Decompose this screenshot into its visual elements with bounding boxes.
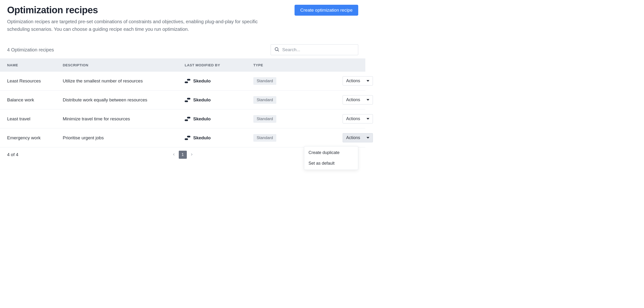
skedulo-logo-icon xyxy=(185,117,190,121)
skedulo-logo-icon xyxy=(185,98,190,102)
dropdown-item-create-duplicate[interactable]: Create duplicate xyxy=(304,147,358,158)
recipe-description: Minimize travel time for resources xyxy=(63,116,185,122)
create-optimization-recipe-button[interactable]: Create optimization recipe xyxy=(294,5,358,16)
col-header-last-modified-by: LAST MODIFIED BY xyxy=(185,63,253,67)
col-header-name: NAME xyxy=(7,63,63,67)
pager-next-button[interactable] xyxy=(189,151,195,159)
dropdown-item-set-as-default[interactable]: Set as default xyxy=(304,158,358,169)
skedulo-logo-icon xyxy=(185,79,190,83)
pager: 1 xyxy=(171,151,195,159)
modified-by-name: Skedulo xyxy=(193,116,211,122)
actions-label: Actions xyxy=(346,97,360,102)
actions-button[interactable]: Actions xyxy=(342,95,373,105)
table-row: Balance work Distribute work equally bet… xyxy=(0,91,365,109)
recipe-name: Least Resources xyxy=(7,78,63,84)
actions-label: Actions xyxy=(346,78,360,83)
chevron-left-icon xyxy=(172,152,176,157)
chevron-down-icon xyxy=(366,118,369,120)
recipe-name: Least travel xyxy=(7,116,63,122)
actions-dropdown: Create duplicate Set as default xyxy=(304,146,358,170)
actions-label: Actions xyxy=(346,135,360,140)
chevron-down-icon xyxy=(366,137,369,139)
recipe-description: Prioritise urgent jobs xyxy=(63,135,185,141)
search-input[interactable] xyxy=(282,47,355,52)
chevron-down-icon xyxy=(366,80,369,82)
svg-line-1 xyxy=(278,50,279,51)
type-badge: Standard xyxy=(253,115,276,123)
recipe-description: Utilize the smallest number of resources xyxy=(63,78,185,84)
pager-prev-button[interactable] xyxy=(171,151,177,159)
chevron-right-icon xyxy=(190,152,194,157)
modified-by-name: Skedulo xyxy=(193,135,211,141)
type-badge: Standard xyxy=(253,77,276,85)
pagination-count: 4 of 4 xyxy=(7,152,18,157)
col-header-type: TYPE xyxy=(253,63,335,67)
recipe-description: Distribute work equally between resource… xyxy=(63,97,185,103)
type-badge: Standard xyxy=(253,96,276,104)
modified-by-name: Skedulo xyxy=(193,78,211,84)
modified-by-name: Skedulo xyxy=(193,97,211,103)
skedulo-logo-icon xyxy=(185,136,190,140)
table-row: Least travel Minimize travel time for re… xyxy=(0,109,365,128)
actions-label: Actions xyxy=(346,116,360,121)
type-badge: Standard xyxy=(253,134,276,142)
recipe-name: Emergency work xyxy=(7,135,63,141)
page-title: Optimization recipes xyxy=(7,5,258,16)
recipe-count: 4 Optimization recipes xyxy=(7,47,54,53)
recipes-table: NAME DESCRIPTION LAST MODIFIED BY TYPE L… xyxy=(0,59,365,147)
table-header-row: NAME DESCRIPTION LAST MODIFIED BY TYPE xyxy=(0,59,365,72)
actions-button[interactable]: Actions xyxy=(342,76,373,86)
chevron-down-icon xyxy=(366,99,369,101)
actions-button[interactable]: Actions xyxy=(342,133,373,142)
pager-page-1[interactable]: 1 xyxy=(179,151,187,159)
actions-button[interactable]: Actions xyxy=(342,114,373,123)
search-box[interactable] xyxy=(270,44,358,55)
recipe-name: Balance work xyxy=(7,97,63,103)
search-icon xyxy=(274,47,282,53)
table-row: Least Resources Utilize the smallest num… xyxy=(0,72,365,91)
table-row: Emergency work Prioritise urgent jobs Sk… xyxy=(0,128,365,147)
col-header-description: DESCRIPTION xyxy=(63,63,185,67)
page-subtitle: Optimization recipes are targeted pre-se… xyxy=(7,18,258,33)
